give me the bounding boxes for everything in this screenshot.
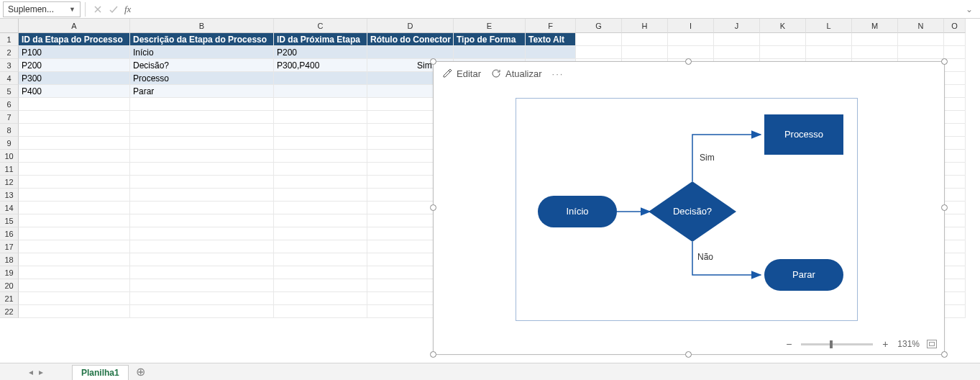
- row-header[interactable]: 1: [0, 33, 19, 46]
- cell[interactable]: [944, 111, 966, 124]
- cell[interactable]: P200: [19, 59, 130, 72]
- cell[interactable]: P100: [19, 46, 130, 59]
- cell[interactable]: [130, 189, 274, 202]
- cell[interactable]: [274, 240, 367, 253]
- cell[interactable]: [19, 253, 130, 266]
- row-header[interactable]: 5: [0, 85, 19, 98]
- row-header[interactable]: 16: [0, 227, 19, 240]
- cell[interactable]: [806, 33, 852, 46]
- cell[interactable]: [19, 214, 130, 227]
- cell[interactable]: [944, 46, 966, 59]
- cell[interactable]: [19, 305, 130, 318]
- cell[interactable]: [454, 46, 526, 59]
- row-header[interactable]: 11: [0, 163, 19, 176]
- row-header[interactable]: 3: [0, 59, 19, 72]
- row-header[interactable]: 2: [0, 46, 19, 59]
- cell[interactable]: [130, 150, 274, 163]
- resize-handle[interactable]: [430, 58, 436, 65]
- cell[interactable]: [274, 253, 367, 266]
- cell[interactable]: [19, 98, 130, 111]
- cell[interactable]: [944, 227, 966, 240]
- cell[interactable]: P300: [19, 72, 130, 85]
- cell[interactable]: [19, 137, 130, 150]
- cell[interactable]: [806, 46, 852, 59]
- cell[interactable]: [130, 292, 274, 305]
- cell[interactable]: [130, 137, 274, 150]
- cell[interactable]: [944, 124, 966, 137]
- cell[interactable]: [19, 124, 130, 137]
- cell[interactable]: [274, 305, 367, 318]
- cell[interactable]: [274, 72, 367, 85]
- enter-icon[interactable]: [106, 1, 122, 17]
- column-header[interactable]: H: [622, 19, 668, 33]
- cell[interactable]: [274, 189, 367, 202]
- column-header[interactable]: N: [898, 19, 944, 33]
- cell[interactable]: [274, 214, 367, 227]
- cell[interactable]: [130, 124, 274, 137]
- sheet-prev-icon[interactable]: ◂: [29, 367, 33, 377]
- cell[interactable]: [898, 46, 944, 59]
- cell[interactable]: P200: [274, 46, 367, 59]
- cell[interactable]: Parar: [130, 85, 274, 98]
- cell[interactable]: [130, 253, 274, 266]
- cell[interactable]: [19, 227, 130, 240]
- cell[interactable]: [526, 46, 576, 59]
- row-header[interactable]: 10: [0, 150, 19, 163]
- cell[interactable]: [130, 266, 274, 279]
- column-header[interactable]: F: [526, 19, 576, 33]
- visio-embedded-object[interactable]: Editar Atualizar ··· Início Decisão? Si: [433, 61, 945, 355]
- cell[interactable]: [576, 33, 622, 46]
- table-header-cell[interactable]: Descrição da Etapa do Processo: [130, 33, 274, 46]
- table-header-cell[interactable]: ID da Etapa do Processo: [19, 33, 130, 46]
- cancel-icon[interactable]: [90, 1, 106, 17]
- formula-input[interactable]: [134, 2, 960, 17]
- cell[interactable]: [944, 163, 966, 176]
- cell[interactable]: Início: [130, 46, 274, 59]
- cell[interactable]: [944, 137, 966, 150]
- cell[interactable]: [274, 227, 367, 240]
- cell[interactable]: [274, 85, 367, 98]
- cell[interactable]: [130, 305, 274, 318]
- cell[interactable]: [944, 189, 966, 202]
- column-header[interactable]: C: [274, 19, 367, 33]
- cell[interactable]: [19, 202, 130, 214]
- cell[interactable]: [944, 305, 966, 318]
- cell[interactable]: [274, 163, 367, 176]
- cell[interactable]: [944, 214, 966, 227]
- cell[interactable]: [852, 46, 898, 59]
- diagram-canvas[interactable]: Início Decisão? Sim Processo Não Parar: [516, 98, 858, 321]
- row-header[interactable]: 17: [0, 240, 19, 253]
- cell[interactable]: [274, 266, 367, 279]
- resize-handle[interactable]: [685, 351, 692, 358]
- row-header[interactable]: 20: [0, 279, 19, 292]
- column-header[interactable]: I: [668, 19, 714, 33]
- cell[interactable]: [367, 46, 454, 59]
- column-header[interactable]: J: [714, 19, 760, 33]
- resize-handle[interactable]: [941, 351, 948, 358]
- cell[interactable]: [130, 98, 274, 111]
- cell[interactable]: [944, 33, 966, 46]
- cell[interactable]: [944, 85, 966, 98]
- row-header[interactable]: 7: [0, 111, 19, 124]
- cell[interactable]: P400: [19, 85, 130, 98]
- zoom-slider[interactable]: [801, 343, 873, 345]
- row-header[interactable]: 13: [0, 189, 19, 202]
- row-header[interactable]: 9: [0, 137, 19, 150]
- resize-handle[interactable]: [685, 58, 692, 65]
- column-header[interactable]: D: [367, 19, 454, 33]
- row-header[interactable]: 15: [0, 214, 19, 227]
- cell[interactable]: [576, 46, 622, 59]
- select-all-corner[interactable]: [0, 19, 19, 33]
- cell[interactable]: [130, 202, 274, 214]
- cell[interactable]: [130, 227, 274, 240]
- cell[interactable]: [19, 279, 130, 292]
- column-header[interactable]: A: [19, 19, 130, 33]
- zoom-out-button[interactable]: −: [784, 338, 794, 350]
- fit-page-button[interactable]: [927, 340, 937, 348]
- cell[interactable]: [274, 202, 367, 214]
- row-header[interactable]: 18: [0, 253, 19, 266]
- cell[interactable]: [19, 189, 130, 202]
- cell[interactable]: [274, 292, 367, 305]
- cell[interactable]: [19, 266, 130, 279]
- cell[interactable]: [19, 111, 130, 124]
